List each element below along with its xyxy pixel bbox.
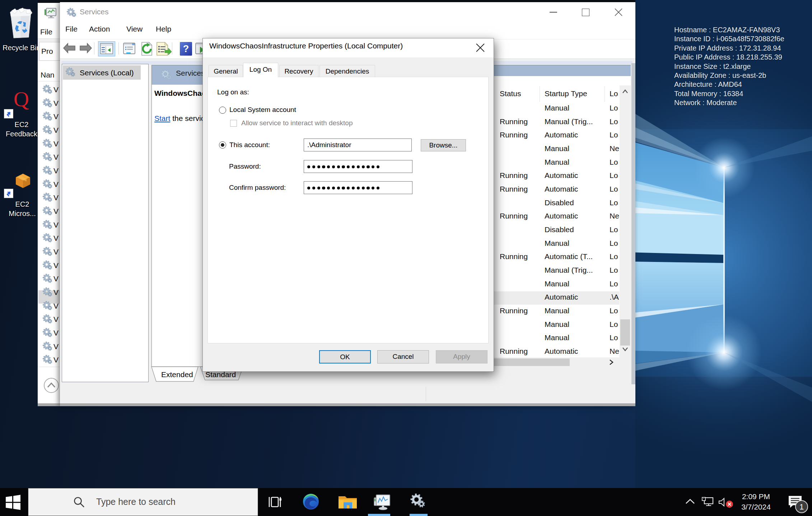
svg-text:1: 1: [799, 502, 804, 511]
